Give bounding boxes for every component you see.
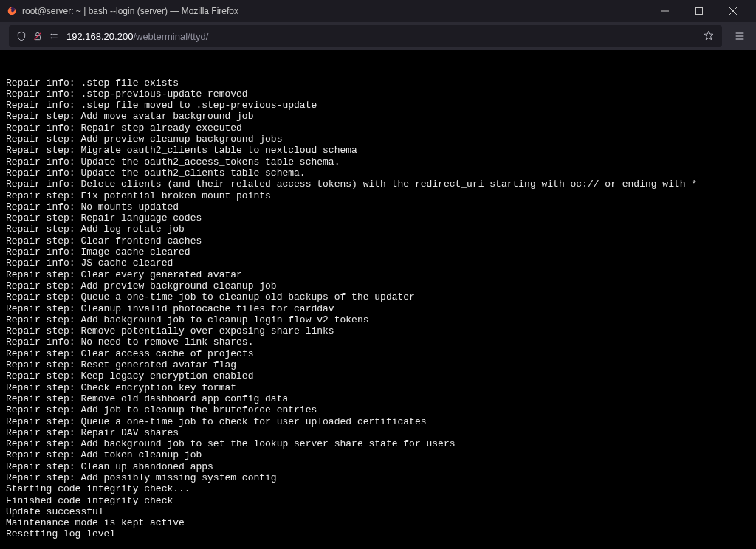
terminal-line: Update successful (6, 506, 750, 517)
terminal-line: Repair step: Add job to cleanup the brut… (6, 404, 750, 415)
bookmark-star-icon[interactable] (703, 30, 715, 44)
url-path: /webterminal/ttyd/ (133, 31, 208, 42)
terminal-line: Repair step: Clear access cache of proje… (6, 348, 750, 359)
terminal-line: Repair info: Image cache cleared (6, 246, 750, 258)
terminal-line: Repair step: Repair language codes (6, 213, 750, 224)
terminal-line: Repair step: Cleanup invalid photocache … (6, 303, 750, 314)
urlbar[interactable]: 192.168.20.200/webterminal/ttyd/ (9, 25, 722, 47)
terminal-line: Repair step: Keep legacy encryption enab… (6, 370, 750, 381)
terminal-line: Repair step: Clean up abandoned apps (6, 461, 750, 472)
browser-window: root@server: ~ | bash --login (server) —… (0, 0, 756, 549)
terminal-line: Repair info: No mounts updated (6, 201, 750, 213)
urlbar-security-icons (16, 31, 59, 41)
close-button[interactable] (716, 0, 750, 22)
terminal-line: Repair step: Add token cleanup job (6, 449, 750, 460)
lock-broken-icon (32, 31, 43, 41)
terminal-line: Repair step: Reset generated avatar flag (6, 359, 750, 370)
terminal-line: Repair step: Queue a one-time job to cle… (6, 291, 750, 303)
terminal-line: Repair info: Repair step already execute… (6, 122, 750, 134)
url-host: 192.168.20.200 (66, 31, 133, 42)
terminal-line: Repair info: Update the oauth2_access_to… (6, 156, 750, 168)
terminal-line: Repair info: JS cache cleared (6, 258, 750, 269)
terminal-line: Repair step: Add log rotate job (6, 224, 750, 235)
terminal-line: Repair step: Add preview cleanup backgro… (6, 134, 750, 145)
terminal-line: Finished code integrity check (6, 495, 750, 506)
window-controls (648, 0, 750, 22)
browser-toolbar: 192.168.20.200/webterminal/ttyd/ (0, 22, 756, 50)
terminal-line: Repair step: Fix potential broken mount … (6, 190, 750, 201)
firefox-icon (6, 5, 18, 17)
terminal-line: Repair step: Queue a one-time job to che… (6, 416, 750, 427)
terminal-line: Starting code integrity check... (6, 483, 750, 494)
terminal-line: Repair step: Repair DAV shares (6, 427, 750, 438)
svg-point-9 (51, 37, 52, 38)
terminal-line: Repair step: Add move avatar background … (6, 111, 750, 122)
terminal-line: Repair step: Check encryption key format (6, 382, 750, 393)
minimize-button[interactable] (648, 0, 682, 22)
permissions-icon (49, 31, 59, 41)
terminal-line: Repair step: Remove potentially over exp… (6, 325, 750, 336)
terminal-line: Repair step: Remove old dashboard app co… (6, 393, 750, 404)
terminal-line: Repair step: Clear frontend caches (6, 235, 750, 246)
terminal-line: Repair step: Add background job to clean… (6, 314, 750, 325)
terminal-line: Repair info: .step file moved to .step-p… (6, 100, 750, 111)
url-text: 192.168.20.200/webterminal/ttyd/ (66, 31, 703, 42)
terminal-line: Repair step: Add possibly missing system… (6, 472, 750, 483)
terminal-line: Repair info: No need to remove link shar… (6, 336, 750, 348)
terminal-line: Repair step: Clear every generated avata… (6, 269, 750, 280)
maximize-button[interactable] (682, 0, 716, 22)
terminal-line: Repair info: .step-previous-update remov… (6, 89, 750, 100)
terminal-line: Repair info: Update the oauth2_clients t… (6, 168, 750, 179)
terminal-lines: Repair info: .step file existsRepair inf… (6, 77, 750, 540)
terminal-line: Maintenance mode is kept active (6, 517, 750, 528)
terminal-line: Repair info: .step file exists (6, 77, 750, 89)
terminal-line: Repair info: Delete clients (and their r… (6, 179, 750, 190)
titlebar: root@server: ~ | bash --login (server) —… (0, 0, 756, 22)
svg-point-7 (51, 34, 52, 35)
terminal-line: Repair step: Migrate oauth2_clients tabl… (6, 145, 750, 156)
window-title: root@server: ~ | bash --login (server) —… (22, 6, 648, 16)
terminal-line: Repair step: Add background job to set t… (6, 438, 750, 449)
terminal-line: Resetting log level (6, 528, 750, 539)
terminal-output[interactable]: Repair info: .step file existsRepair inf… (0, 50, 756, 549)
terminal-line: Repair step: Add preview background clea… (6, 280, 750, 291)
app-menu-button[interactable] (729, 26, 750, 46)
shield-icon (16, 31, 27, 41)
svg-rect-2 (696, 8, 703, 15)
